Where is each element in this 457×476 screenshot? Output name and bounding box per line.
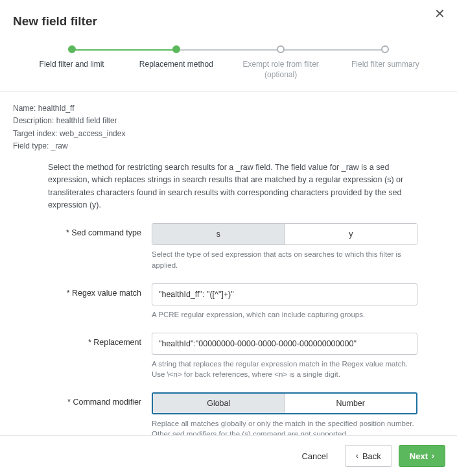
- meta-index-label: Target index:: [13, 129, 58, 138]
- replacement-help: A string that replaces the regular expre…: [152, 359, 417, 379]
- sed-command-type-help: Select the type of sed expression that a…: [152, 249, 417, 270]
- next-button[interactable]: Next ›: [399, 445, 445, 467]
- dialog-title: New field filter: [0, 0, 457, 29]
- command-modifier-toggle: Global Number: [152, 392, 417, 414]
- step-label: Field filter and limit: [40, 60, 104, 70]
- meta-name: Name: healthId_ff: [13, 102, 444, 115]
- intro-text: Select the method for restricting search…: [48, 161, 444, 212]
- meta-index-value: web_access_index: [60, 129, 125, 138]
- row-sed-command-type: Sed command type s y: [48, 223, 444, 245]
- next-button-label: Next: [410, 451, 428, 461]
- meta-name-value: healthId_ff: [38, 104, 75, 113]
- step-summary[interactable]: Field filter summary: [333, 45, 438, 70]
- command-modifier-label: Command modifier: [48, 392, 152, 407]
- meta-desc-label: Description:: [13, 116, 54, 125]
- modifier-option-number[interactable]: Number: [285, 394, 417, 413]
- regex-value-match-help: A PCRE regular expression, which can inc…: [152, 309, 417, 320]
- chevron-right-icon: ›: [432, 451, 434, 460]
- step-label: Replacement method: [139, 60, 213, 70]
- sed-option-y[interactable]: y: [285, 224, 417, 244]
- step-exempt-role[interactable]: Exempt role from filter (optional): [229, 45, 333, 80]
- back-button-label: Back: [362, 451, 381, 461]
- step-label: Field filter summary: [351, 60, 419, 70]
- close-icon[interactable]: ✕: [430, 5, 449, 22]
- step-dot-icon: [381, 45, 389, 53]
- step-dot-icon: [277, 45, 285, 53]
- row-replacement: Replacement: [48, 333, 444, 355]
- meta-field-type: Field type: _raw: [13, 140, 444, 152]
- back-button[interactable]: ‹ Back: [345, 445, 392, 467]
- meta-name-label: Name:: [13, 104, 36, 113]
- meta-target-index: Target index: web_access_index: [13, 128, 444, 140]
- step-dot-icon: [172, 45, 180, 53]
- new-field-filter-dialog: ✕ New field filter Field filter and limi…: [0, 0, 457, 476]
- wizard-stepper: Field filter and limit Replacement metho…: [0, 29, 457, 91]
- sed-command-type-toggle: s y: [152, 223, 417, 245]
- form-body: Select the method for restricting search…: [0, 159, 457, 439]
- regex-value-match-label: Regex value match: [48, 283, 152, 298]
- step-replacement-method[interactable]: Replacement method: [124, 45, 228, 70]
- step-label: Exempt role from filter (optional): [235, 60, 326, 80]
- row-regex-value-match: Regex value match: [48, 283, 444, 305]
- meta-description: Description: healthId field filter: [13, 115, 444, 127]
- replacement-label: Replacement: [48, 333, 152, 347]
- filter-metadata: Name: healthId_ff Description: healthId …: [0, 92, 457, 159]
- dialog-footer: Cancel ‹ Back Next ›: [0, 435, 457, 476]
- sed-command-type-label: Sed command type: [48, 223, 152, 237]
- replacement-input[interactable]: [152, 333, 417, 355]
- regex-value-match-input[interactable]: [152, 283, 417, 305]
- meta-type-value: _raw: [51, 141, 68, 150]
- chevron-left-icon: ‹: [356, 451, 358, 460]
- cancel-button[interactable]: Cancel: [291, 445, 338, 467]
- meta-type-label: Field type:: [13, 141, 49, 150]
- meta-desc-value: healthId field filter: [56, 116, 117, 125]
- step-field-filter-and-limit[interactable]: Field filter and limit: [19, 45, 124, 70]
- sed-option-s[interactable]: s: [152, 224, 285, 244]
- modifier-option-global[interactable]: Global: [153, 394, 285, 413]
- step-dot-icon: [68, 45, 76, 53]
- row-command-modifier: Command modifier Global Number: [48, 392, 444, 414]
